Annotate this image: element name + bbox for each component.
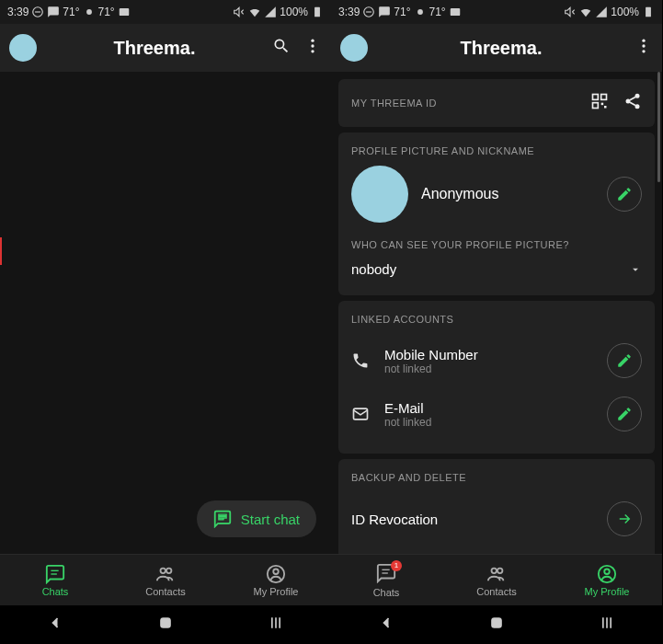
search-icon[interactable] — [272, 37, 291, 59]
linked-title: Mobile Number — [384, 347, 592, 362]
linked-title: E-Mail — [384, 400, 592, 416]
svg-point-34 — [626, 99, 631, 104]
id-revocation-row[interactable]: ID Revocation — [351, 492, 642, 546]
back-button[interactable] — [377, 614, 395, 636]
more-icon[interactable] — [303, 37, 322, 59]
scrollbar[interactable] — [657, 72, 660, 182]
appbar: Threema. — [0, 24, 331, 72]
profile-content[interactable]: MY THREEMA ID PROFILE PICTURE AND NICKNA… — [331, 72, 662, 554]
edit-mobile-button[interactable] — [607, 343, 642, 378]
recents-button[interactable] — [267, 614, 285, 636]
pencil-icon — [616, 186, 633, 202]
app-title: Threema. — [368, 38, 634, 59]
contacts-icon — [486, 564, 507, 584]
svg-rect-45 — [492, 618, 501, 627]
avatar[interactable] — [9, 34, 37, 62]
back-button[interactable] — [46, 614, 64, 636]
profile-avatar[interactable] — [351, 166, 408, 223]
row-title: ID Revocation — [351, 512, 438, 527]
battery-icon — [642, 6, 655, 18]
home-button[interactable] — [487, 614, 506, 636]
wifi-icon — [248, 6, 261, 18]
chats-content: Start chat — [0, 72, 331, 554]
svg-point-2 — [86, 9, 92, 15]
sysnav — [0, 605, 331, 644]
go-button[interactable] — [607, 501, 642, 536]
nav-label: My Profile — [585, 586, 630, 597]
app-title: Threema. — [37, 38, 272, 59]
arrow-right-icon — [616, 511, 633, 527]
dnd-icon — [362, 6, 375, 18]
edit-nickname-button[interactable] — [607, 177, 642, 212]
svg-point-27 — [642, 50, 645, 52]
status-temp2: 71° — [429, 6, 446, 18]
svg-point-41 — [492, 568, 497, 573]
svg-point-35 — [635, 104, 640, 109]
image-status-icon — [118, 6, 131, 18]
signal-icon — [264, 6, 277, 18]
svg-rect-31 — [601, 103, 604, 106]
status-battery: 100% — [280, 6, 308, 18]
phone-right: 3:39 71° 71° 100% Threema. MY — [331, 0, 662, 644]
profile-picture-section: PROFILE PICTURE AND NICKNAME Anonymous W… — [338, 132, 655, 295]
chat-status-icon — [47, 6, 60, 18]
avatar[interactable] — [340, 34, 368, 62]
statusbar: 3:39 71° 71° 100% — [0, 0, 331, 24]
profile-icon — [266, 564, 286, 584]
pencil-icon — [616, 352, 633, 369]
svg-rect-32 — [604, 106, 607, 109]
svg-rect-3 — [119, 8, 129, 16]
nav-profile[interactable]: My Profile — [552, 555, 662, 605]
nickname: Anonymous — [421, 186, 594, 202]
chevron-down-icon — [629, 263, 642, 276]
qr-icon[interactable] — [590, 92, 609, 114]
edit-email-button[interactable] — [607, 397, 642, 431]
backup-section: BACKUP AND DELETE ID Revocation Export I… — [338, 459, 655, 554]
svg-point-22 — [417, 9, 423, 15]
who-dropdown[interactable]: nobody — [351, 256, 642, 282]
status-temp1: 71° — [63, 6, 79, 18]
start-chat-button[interactable]: Start chat — [197, 500, 316, 537]
svg-point-7 — [311, 50, 314, 52]
dropdown-value: nobody — [351, 261, 396, 277]
nav-profile[interactable]: My Profile — [221, 555, 331, 605]
section-title: LINKED ACCOUNTS — [351, 314, 642, 325]
status-time: 3:39 — [7, 6, 29, 18]
start-chat-label: Start chat — [241, 512, 300, 527]
export-id-row[interactable]: Export ID Export your Threema ID — [351, 546, 642, 554]
nav-contacts[interactable]: Contacts — [110, 555, 221, 605]
more-icon[interactable] — [634, 37, 653, 59]
svg-rect-21 — [366, 11, 372, 12]
status-time: 3:39 — [338, 6, 360, 18]
svg-point-5 — [311, 40, 314, 42]
linked-sub: not linked — [384, 362, 592, 375]
svg-rect-30 — [593, 103, 599, 109]
image-status-icon — [449, 6, 462, 18]
nav-label: Chats — [42, 586, 69, 597]
weather-icon — [83, 6, 96, 18]
nav-chats[interactable]: Chats — [0, 555, 110, 605]
statusbar: 3:39 71° 71° 100% — [331, 0, 662, 24]
id-section: MY THREEMA ID — [338, 79, 655, 127]
pencil-icon — [616, 406, 633, 422]
svg-rect-29 — [601, 95, 607, 100]
who-label: WHO CAN SEE YOUR PROFILE PICTURE? — [351, 239, 642, 250]
svg-point-25 — [642, 40, 645, 42]
nav-chats[interactable]: 1 Chats — [331, 555, 441, 605]
section-title: BACKUP AND DELETE — [351, 472, 642, 483]
share-icon[interactable] — [623, 92, 642, 114]
nav-contacts[interactable]: Contacts — [441, 555, 552, 605]
home-button[interactable] — [156, 614, 175, 636]
linked-email-row: E-Mail not linked — [351, 387, 642, 441]
status-battery: 100% — [611, 6, 639, 18]
silent-icon — [564, 6, 577, 18]
dnd-icon — [31, 6, 44, 18]
recents-button[interactable] — [598, 614, 616, 636]
svg-point-42 — [497, 568, 503, 573]
linked-mobile-row: Mobile Number not linked — [351, 334, 642, 387]
bottomnav: Chats Contacts My Profile — [0, 554, 331, 605]
svg-point-6 — [311, 44, 314, 47]
svg-point-44 — [604, 569, 610, 574]
section-title: MY THREEMA ID — [351, 98, 437, 109]
svg-point-33 — [635, 94, 640, 98]
